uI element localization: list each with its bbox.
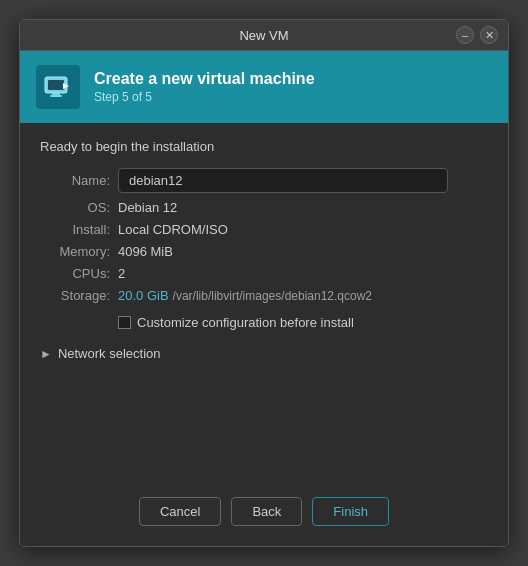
- titlebar-controls: – ✕: [456, 26, 498, 44]
- minimize-button[interactable]: –: [456, 26, 474, 44]
- cpus-row: CPUs: 2: [40, 266, 488, 281]
- customize-label: Customize configuration before install: [137, 315, 354, 330]
- header-banner: Create a new virtual machine Step 5 of 5: [20, 51, 508, 123]
- memory-row: Memory: 4096 MiB: [40, 244, 488, 259]
- name-label: Name:: [40, 173, 110, 188]
- chevron-right-icon: ►: [40, 347, 52, 361]
- network-label: Network selection: [58, 346, 161, 361]
- back-button[interactable]: Back: [231, 497, 302, 526]
- cpus-value: 2: [118, 266, 125, 281]
- os-value: Debian 12: [118, 200, 177, 215]
- titlebar: New VM – ✕: [20, 20, 508, 51]
- install-label: Install:: [40, 222, 110, 237]
- name-row: Name:: [40, 168, 488, 193]
- close-button[interactable]: ✕: [480, 26, 498, 44]
- svg-rect-1: [48, 80, 64, 90]
- os-label: OS:: [40, 200, 110, 215]
- memory-label: Memory:: [40, 244, 110, 259]
- finish-button[interactable]: Finish: [312, 497, 389, 526]
- content-area: Ready to begin the installation Name: OS…: [20, 123, 508, 481]
- install-row: Install: Local CDROM/ISO: [40, 222, 488, 237]
- form-rows: Name: OS: Debian 12 Install: Local CDROM…: [40, 168, 488, 303]
- os-row: OS: Debian 12: [40, 200, 488, 215]
- middle-spacer: [40, 365, 488, 465]
- ready-text: Ready to begin the installation: [40, 139, 488, 154]
- name-input[interactable]: [118, 168, 448, 193]
- storage-path: /var/lib/libvirt/images/debian12.qcow2: [173, 289, 372, 303]
- footer: Cancel Back Finish: [20, 481, 508, 546]
- svg-rect-3: [50, 95, 62, 97]
- cpus-label: CPUs:: [40, 266, 110, 281]
- header-title: Create a new virtual machine: [94, 70, 315, 88]
- vm-icon: [36, 65, 80, 109]
- memory-value: 4096 MiB: [118, 244, 173, 259]
- customize-row: Customize configuration before install: [118, 315, 488, 330]
- header-text: Create a new virtual machine Step 5 of 5: [94, 70, 315, 104]
- storage-label: Storage:: [40, 288, 110, 303]
- storage-size: 20.0 GiB: [118, 288, 169, 303]
- install-value: Local CDROM/ISO: [118, 222, 228, 237]
- header-subtitle: Step 5 of 5: [94, 90, 315, 104]
- storage-row: Storage: 20.0 GiB /var/lib/libvirt/image…: [40, 288, 488, 303]
- customize-checkbox[interactable]: [118, 316, 131, 329]
- network-section[interactable]: ► Network selection: [40, 342, 488, 365]
- new-vm-window: New VM – ✕ Create a new virtual machine …: [19, 19, 509, 547]
- cancel-button[interactable]: Cancel: [139, 497, 221, 526]
- window-title: New VM: [72, 28, 456, 43]
